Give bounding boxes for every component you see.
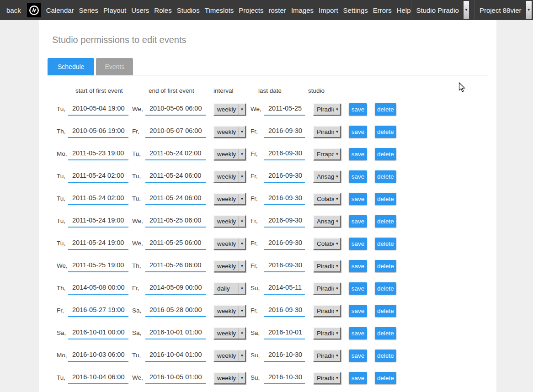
chevron-down-icon[interactable]: ▼ (334, 194, 340, 204)
nav-item-images[interactable]: Images (291, 6, 314, 14)
end-of-first-event-input[interactable] (145, 238, 206, 250)
chevron-down-icon[interactable]: ▼ (334, 149, 340, 159)
chevron-down-icon[interactable]: ▼ (334, 238, 340, 249)
last-date-input[interactable] (264, 350, 305, 362)
start-of-first-event-input[interactable] (68, 238, 128, 250)
last-date-input[interactable] (264, 215, 305, 228)
chevron-down-icon[interactable]: ▼ (334, 373, 340, 383)
interval-select[interactable]: weekly ▼ (213, 350, 246, 362)
delete-button[interactable]: delete (375, 327, 396, 339)
studio-select[interactable]: Ansage ▼ (313, 215, 341, 228)
delete-button[interactable]: delete (375, 170, 396, 183)
studio-select[interactable]: Piradio ▼ (313, 260, 341, 272)
studio-select[interactable]: Piradio ▼ (313, 103, 341, 116)
chevron-down-icon[interactable]: ▼ (334, 306, 340, 316)
studio-select[interactable]: Ansage ▼ (313, 170, 341, 183)
end-of-first-event-input[interactable] (145, 282, 206, 295)
delete-button[interactable]: delete (375, 103, 396, 116)
studio-select[interactable]: Piradio ▼ (313, 282, 341, 295)
chevron-down-icon[interactable]: ▼ (239, 283, 245, 294)
save-button[interactable]: save (349, 327, 367, 339)
chevron-down-icon[interactable]: ▼ (334, 261, 340, 271)
last-date-input[interactable] (264, 148, 305, 160)
nav-item-roles[interactable]: Roles (154, 6, 171, 14)
chevron-down-icon[interactable]: ▼ (334, 328, 340, 339)
last-date-input[interactable] (264, 193, 305, 205)
end-of-first-event-input[interactable] (145, 103, 206, 116)
end-of-first-event-input[interactable] (145, 350, 206, 362)
save-button[interactable]: save (349, 170, 367, 183)
last-date-input[interactable] (264, 126, 305, 138)
delete-button[interactable]: delete (375, 238, 396, 250)
save-button[interactable]: save (349, 238, 367, 250)
pause-circle-logo-icon[interactable] (27, 3, 41, 17)
save-button[interactable]: save (349, 260, 367, 272)
nav-item-settings[interactable]: Settings (343, 6, 368, 14)
start-of-first-event-input[interactable] (68, 103, 128, 116)
studio-select[interactable]: Piradio ▼ (313, 305, 341, 317)
chevron-down-icon[interactable]: ▼ (526, 1, 532, 19)
chevron-down-icon[interactable]: ▼ (239, 238, 245, 249)
studio-select[interactable]: Studio Piradio ▼ (411, 0, 469, 20)
interval-select[interactable]: weekly ▼ (213, 327, 246, 339)
save-button[interactable]: save (349, 215, 367, 228)
studio-select[interactable]: Colabo ▼ (313, 193, 341, 205)
last-date-input[interactable] (264, 305, 305, 317)
project-select[interactable]: Project 88vier ▼ (474, 0, 532, 20)
save-button[interactable]: save (349, 193, 367, 205)
start-of-first-event-input[interactable] (68, 260, 128, 272)
chevron-down-icon[interactable]: ▼ (239, 194, 245, 204)
chevron-down-icon[interactable]: ▼ (463, 1, 469, 19)
interval-select[interactable]: weekly ▼ (213, 148, 246, 160)
delete-button[interactable]: delete (375, 260, 396, 272)
interval-select[interactable]: weekly ▼ (213, 372, 246, 384)
chevron-down-icon[interactable]: ▼ (334, 104, 340, 115)
start-of-first-event-input[interactable] (68, 126, 128, 138)
studio-select[interactable]: Piradio ▼ (313, 126, 341, 138)
save-button[interactable]: save (349, 103, 367, 116)
interval-select[interactable]: weekly ▼ (213, 170, 246, 183)
nav-item-playout[interactable]: Playout (103, 6, 126, 14)
save-button[interactable]: save (349, 350, 367, 362)
nav-item-users[interactable]: Users (131, 6, 149, 14)
chevron-down-icon[interactable]: ▼ (239, 127, 245, 137)
last-date-input[interactable] (264, 170, 305, 183)
end-of-first-event-input[interactable] (145, 260, 206, 272)
interval-select[interactable]: weekly ▼ (213, 215, 246, 228)
save-button[interactable]: save (349, 282, 367, 295)
end-of-first-event-input[interactable] (145, 372, 206, 384)
delete-button[interactable]: delete (375, 215, 396, 228)
nav-item-errors[interactable]: Errors (373, 6, 392, 14)
interval-select[interactable]: daily ▼ (213, 282, 246, 295)
end-of-first-event-input[interactable] (145, 170, 206, 183)
start-of-first-event-input[interactable] (68, 170, 128, 183)
studio-select[interactable]: Frrapo ▼ (313, 148, 341, 160)
nav-item-series[interactable]: Series (79, 6, 99, 14)
interval-select[interactable]: weekly ▼ (213, 103, 246, 116)
save-button[interactable]: save (349, 126, 367, 138)
chevron-down-icon[interactable]: ▼ (334, 127, 340, 137)
save-button[interactable]: save (349, 148, 367, 160)
delete-button[interactable]: delete (375, 193, 396, 205)
delete-button[interactable]: delete (375, 282, 396, 295)
last-date-input[interactable] (264, 238, 305, 250)
chevron-down-icon[interactable]: ▼ (239, 261, 245, 271)
nav-item-studios[interactable]: Studios (177, 6, 200, 14)
chevron-down-icon[interactable]: ▼ (239, 104, 245, 115)
last-date-input[interactable] (264, 103, 305, 116)
delete-button[interactable]: delete (375, 305, 396, 317)
end-of-first-event-input[interactable] (145, 126, 206, 138)
nav-item-calendar[interactable]: Calendar (46, 6, 74, 14)
chevron-down-icon[interactable]: ▼ (239, 350, 245, 361)
save-button[interactable]: save (349, 372, 367, 384)
chevron-down-icon[interactable]: ▼ (334, 216, 340, 227)
studio-select[interactable]: Piradio ▼ (313, 327, 341, 339)
nav-item-projects[interactable]: Projects (239, 6, 263, 14)
start-of-first-event-input[interactable] (68, 215, 128, 228)
start-of-first-event-input[interactable] (68, 193, 128, 205)
chevron-down-icon[interactable]: ▼ (239, 149, 245, 159)
nav-item-roster[interactable]: roster (269, 6, 286, 14)
end-of-first-event-input[interactable] (145, 305, 206, 317)
start-of-first-event-input[interactable] (68, 282, 128, 295)
interval-select[interactable]: weekly ▼ (213, 305, 246, 317)
